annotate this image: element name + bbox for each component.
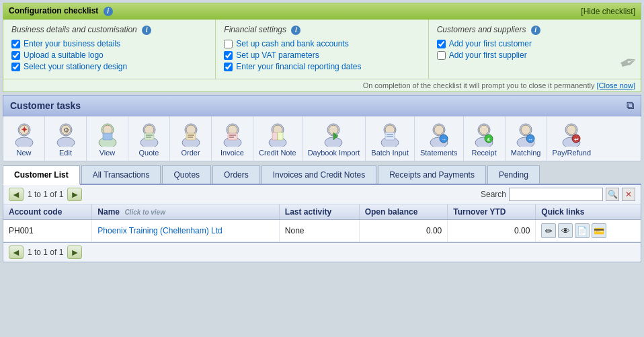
invoice-icon-img [219,120,246,147]
info-icon[interactable]: i [104,7,113,16]
checkbox-first-supplier[interactable] [437,51,446,60]
link-vat[interactable]: Set up VAT parameters [236,50,319,60]
task-icon-new[interactable]: ✦ New [3,116,45,161]
matching-icon-img: ↔ [512,120,539,147]
search-input[interactable] [509,188,603,201]
svg-text:✦: ✦ [21,125,28,135]
receipt-icon-img: £ [471,120,497,147]
svg-point-52 [479,125,489,135]
task-icon-daybook[interactable]: Daybook Import [303,116,366,161]
link-stationery[interactable]: Select your stationery design [24,62,127,71]
link-reporting[interactable]: Enter your financial reporting dates [236,62,361,71]
table-area: ◄ 1 to 1 of 1 ► Search 🔍 ✕ Account code … [3,185,641,243]
config-title: Configuration checklist i [9,6,113,16]
task-icon-quote[interactable]: Quote [128,116,170,161]
prev-page-button-bottom[interactable]: ◄ [9,246,24,259]
task-label-receipt: Receipt [471,149,496,157]
tab-receipts-payments[interactable]: Receipts and Payments [378,165,486,184]
task-icon-invoice[interactable]: Invoice [212,116,253,161]
tab-customer-list[interactable]: Customer List [3,165,80,185]
checklist-item: Upload a suitable logo [11,50,207,60]
hide-checklist-link[interactable]: [Hide checklist] [581,7,635,16]
svg-text:→: → [441,137,446,143]
config-section-financial: Financial settings i Set up cash and ban… [216,20,428,79]
tab-quotes[interactable]: Quotes [162,165,211,184]
svg-point-1 [15,137,33,147]
svg-rect-27 [228,133,237,140]
checkbox-reporting[interactable] [224,63,233,71]
cell-account-code: PH001 [3,220,92,242]
search-bar: Search 🔍 ✕ [481,188,635,201]
clear-search-button[interactable]: ✕ [622,188,635,201]
config-section-customers: Customers and suppliers i Add your first… [429,20,641,79]
col-name: Name Click to view [92,204,279,220]
table-row: PH001 Phoenix Training (Cheltenham) Ltd … [3,220,641,242]
task-icon-receipt[interactable]: £ Receipt [464,116,506,161]
link-business-details[interactable]: Enter your business details [24,39,120,48]
link-first-customer[interactable]: Add your first customer [449,39,532,48]
checkbox-cash-bank[interactable] [224,40,233,48]
section-title-financial: Financial settings i [224,25,419,35]
checkbox-first-customer[interactable] [437,40,446,48]
ql-receipt-icon[interactable]: 💳 [592,223,606,238]
svg-text:£: £ [487,137,491,143]
svg-rect-11 [103,133,112,140]
checkbox-vat[interactable] [224,51,233,60]
ql-view-icon[interactable]: 👁 [558,223,573,238]
checkbox-stationery[interactable] [11,63,20,71]
svg-text:⚙: ⚙ [63,126,69,134]
quote-icon-img [136,120,163,147]
task-icon-batch[interactable]: Batch Input [366,116,415,161]
order-icon-img [177,120,204,147]
link-cash-bank[interactable]: Set up cash and bank accounts [236,39,348,48]
statements-icon-img: → [426,120,452,147]
new-window-icon[interactable]: ⧉ [627,100,634,112]
next-page-button[interactable]: ► [67,188,82,201]
next-page-button-bottom[interactable]: ► [67,246,82,259]
checklist-item: Set up VAT parameters [224,50,419,60]
cell-last-activity: None [279,220,359,242]
task-label-order: Order [181,149,200,157]
credit-note-icon-img [264,120,291,147]
task-icon-statements[interactable]: → Statements [415,116,464,161]
col-turnover-ytd: Turnover YTD [448,204,536,220]
pay-refund-icon-img: ↩ [558,120,585,147]
svg-text:↔: ↔ [528,137,533,143]
section-info-icon-2[interactable]: i [291,26,300,35]
task-label-daybook: Daybook Import [308,149,360,157]
task-icon-credit-note[interactable]: Credit Note [253,116,303,161]
tab-orders[interactable]: Orders [212,165,260,184]
customer-name-link[interactable]: Phoenix Training (Cheltenham) Ltd [97,226,222,235]
pagination-left: ◄ 1 to 1 of 1 ► [9,188,82,201]
tab-invoices-credit-notes[interactable]: Invoices and Credit Notes [261,165,376,184]
search-label: Search [481,190,506,199]
section-info-icon[interactable]: i [142,26,151,35]
task-icon-view[interactable]: View [87,116,128,161]
checkbox-logo[interactable] [11,51,20,60]
config-checklist: Configuration checklist i [Hide checklis… [3,3,641,92]
table-nav-top: ◄ 1 to 1 of 1 ► Search 🔍 ✕ [3,185,641,204]
customer-table: Account code Name Click to view Last act… [3,204,641,242]
prev-page-button[interactable]: ◄ [9,188,24,201]
section-info-icon-3[interactable]: i [531,26,540,35]
link-first-supplier[interactable]: Add your first supplier [449,50,527,60]
task-icon-matching[interactable]: ↔ Matching [506,116,547,161]
tab-all-transactions[interactable]: All Transactions [81,165,161,184]
task-icon-order[interactable]: Order [170,116,212,161]
task-icon-edit[interactable]: ⚙ Edit [45,116,87,161]
close-now-link[interactable]: [Close now] [597,81,635,89]
cell-open-balance: 0.00 [359,220,448,242]
col-open-balance: Open balance [359,204,448,220]
ql-edit-icon[interactable]: ✏ [541,223,556,238]
search-button[interactable]: 🔍 [606,188,619,201]
svg-point-47 [434,125,444,135]
page-info-bottom: 1 to 1 of 1 [28,248,63,257]
ql-invoice-icon[interactable]: 📄 [575,223,590,238]
cell-quick-links: ✏ 👁 📄 💳 [536,220,641,242]
task-icon-pay-refund[interactable]: ↩ Pay/Refund [547,116,596,161]
task-label-quote: Quote [139,149,159,157]
view-icon-img [94,120,121,147]
checkbox-business-details[interactable] [11,40,20,48]
tab-pending[interactable]: Pending [487,165,540,184]
link-logo[interactable]: Upload a suitable logo [24,50,104,60]
